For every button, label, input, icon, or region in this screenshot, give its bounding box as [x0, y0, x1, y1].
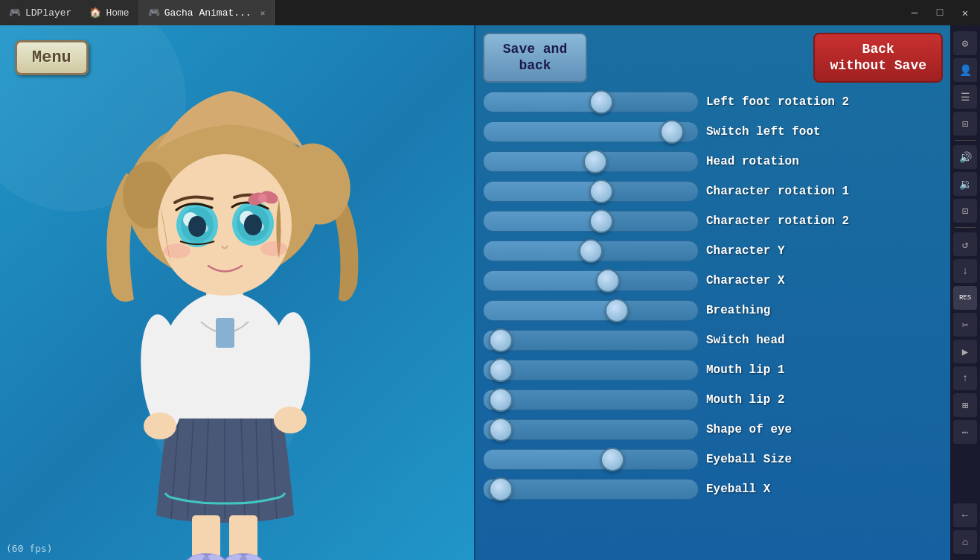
- slider-row-left-foot-rotation-2: Left foot rotation 2: [483, 89, 943, 115]
- toolbar-separator-2: [955, 227, 976, 228]
- ldplayer-label: LDPlayer: [25, 7, 71, 19]
- slider-row-shape-of-eye: Shape of eye: [483, 416, 943, 443]
- slider-fill-character-rotation-2: [484, 211, 601, 231]
- svg-point-41: [258, 194, 267, 203]
- grid-tool-button[interactable]: ⊞: [953, 393, 977, 417]
- slider-row-mouth-lip-1: Mouth lip 1: [483, 357, 943, 384]
- svg-point-37: [188, 216, 206, 237]
- tab-ldplayer[interactable]: 🎮 LDPlayer: [0, 0, 80, 25]
- home-tab-icon: 🏠: [89, 7, 101, 19]
- slider-thumb-character-x[interactable]: [596, 269, 620, 293]
- slider-track-shape-of-eye[interactable]: [483, 419, 699, 440]
- slider-thumb-head-rotation[interactable]: [583, 150, 607, 174]
- character-area: [22, 54, 454, 560]
- slider-thumb-character-rotation-2[interactable]: [589, 209, 613, 233]
- screen-tool-button[interactable]: ⊡: [953, 112, 977, 136]
- sliders-container[interactable]: Left foot rotation 2Switch left footHead…: [475, 83, 950, 560]
- account-tool-button[interactable]: 👤: [953, 58, 977, 82]
- slider-track-breathing[interactable]: [483, 300, 699, 321]
- slider-thumb-mouth-lip-2[interactable]: [489, 388, 513, 412]
- volume-down-tool-button[interactable]: 🔉: [953, 172, 977, 196]
- export-tool-button[interactable]: ↑: [953, 366, 977, 390]
- slider-thumb-mouth-lip-1[interactable]: [489, 358, 513, 382]
- save-back-button[interactable]: Save andback: [483, 33, 587, 83]
- home-tab-label: Home: [106, 7, 129, 19]
- minimize-button[interactable]: —: [903, 2, 926, 23]
- fps-counter: (60 fps): [6, 543, 53, 554]
- slider-track-character-rotation-1[interactable]: [483, 181, 699, 202]
- game-viewport: Menu: [0, 25, 474, 560]
- slider-track-switch-head[interactable]: [483, 330, 699, 351]
- slider-thumb-breathing[interactable]: [605, 299, 629, 322]
- cut-tool-button[interactable]: ✂: [953, 313, 977, 337]
- slider-track-character-x[interactable]: [483, 270, 699, 291]
- more-tool-button[interactable]: ⋯: [953, 420, 977, 444]
- slider-row-switch-left-foot: Switch left foot: [483, 118, 943, 145]
- slider-row-head-rotation: Head rotation: [483, 148, 943, 175]
- slider-track-eyeball-size[interactable]: [483, 449, 699, 470]
- gacha-tab-label: Gacha Animat...: [164, 7, 252, 19]
- video-tool-button[interactable]: ▶: [953, 340, 977, 363]
- slider-fill-character-rotation-1: [484, 182, 601, 201]
- slider-row-character-x: Character X: [483, 267, 943, 294]
- svg-point-42: [164, 244, 190, 258]
- maximize-button[interactable]: □: [928, 2, 952, 23]
- volume-up-tool-button[interactable]: 🔊: [953, 145, 977, 169]
- settings-tool-button[interactable]: ⚙: [953, 31, 977, 55]
- svg-point-43: [260, 241, 287, 256]
- slider-thumb-character-rotation-1[interactable]: [589, 179, 613, 203]
- close-button[interactable]: ✕: [953, 2, 977, 23]
- slider-thumb-shape-of-eye[interactable]: [489, 418, 513, 442]
- slider-label-shape-of-eye: Shape of eye: [706, 423, 943, 436]
- slider-track-character-rotation-2[interactable]: [483, 211, 699, 232]
- slider-row-switch-head: Switch head: [483, 327, 943, 354]
- slider-thumb-eyeball-size[interactable]: [601, 448, 624, 471]
- slider-thumb-eyeball-x[interactable]: [489, 477, 513, 501]
- slider-row-eyeball-x: Eyeball X: [483, 476, 943, 503]
- slider-track-character-y[interactable]: [483, 241, 699, 261]
- svg-point-15: [144, 413, 176, 439]
- home-tool-button[interactable]: ⌂: [953, 530, 977, 554]
- menu-tool-button[interactable]: ☰: [953, 85, 977, 109]
- import-tool-button[interactable]: ↓: [953, 259, 977, 283]
- slider-label-eyeball-x: Eyeball X: [706, 483, 943, 496]
- slider-thumb-switch-head[interactable]: [489, 328, 513, 352]
- slider-track-head-rotation[interactable]: [483, 151, 699, 172]
- slider-thumb-switch-left-foot[interactable]: [660, 120, 684, 144]
- resolution-tool-button[interactable]: RES: [953, 286, 977, 310]
- screen2-tool-button[interactable]: ⊡: [953, 199, 977, 223]
- tab-home[interactable]: 🏠 Home: [80, 0, 138, 25]
- slider-label-left-foot-rotation-2: Left foot rotation 2: [706, 95, 943, 109]
- svg-point-38: [244, 214, 262, 235]
- svg-point-17: [274, 407, 307, 433]
- slider-row-eyeball-size: Eyeball Size: [483, 446, 943, 473]
- slider-fill-character-y: [484, 241, 591, 261]
- back-tool-button[interactable]: ←: [953, 503, 977, 527]
- fps-value: (60 fps): [6, 543, 53, 554]
- slider-row-mouth-lip-2: Mouth lip 2: [483, 386, 943, 413]
- slider-row-breathing: Breathing: [483, 297, 943, 324]
- slider-label-eyeball-size: Eyeball Size: [706, 453, 943, 466]
- slider-fill-left-foot-rotation-2: [484, 92, 601, 112]
- tab-bar: 🎮 LDPlayer 🏠 Home 🎮 Gacha Animat... ✕: [0, 0, 275, 25]
- back-without-save-button[interactable]: Backwithout Save: [813, 33, 943, 83]
- gacha-tab-icon: 🎮: [148, 7, 160, 19]
- slider-track-mouth-lip-2[interactable]: [483, 389, 699, 410]
- character-svg: [22, 54, 454, 560]
- slider-label-character-rotation-2: Character rotation 2: [706, 214, 943, 228]
- slider-fill-character-x: [484, 271, 608, 290]
- slider-track-left-foot-rotation-2[interactable]: [483, 92, 699, 112]
- slider-track-eyeball-x[interactable]: [483, 479, 699, 500]
- slider-track-mouth-lip-1[interactable]: [483, 360, 699, 381]
- gacha-tab-close[interactable]: ✕: [260, 8, 266, 18]
- svg-rect-6: [216, 318, 234, 348]
- slider-row-character-rotation-1: Character rotation 1: [483, 178, 943, 205]
- slider-thumb-character-y[interactable]: [579, 239, 603, 263]
- tab-gacha[interactable]: 🎮 Gacha Animat... ✕: [139, 0, 275, 25]
- slider-track-switch-left-foot[interactable]: [483, 121, 699, 142]
- slider-fill-head-rotation: [484, 152, 595, 171]
- slider-label-breathing: Breathing: [706, 304, 943, 317]
- slider-thumb-left-foot-rotation-2[interactable]: [589, 90, 613, 114]
- slider-label-character-rotation-1: Character rotation 1: [706, 185, 943, 198]
- refresh-tool-button[interactable]: ↺: [953, 232, 977, 256]
